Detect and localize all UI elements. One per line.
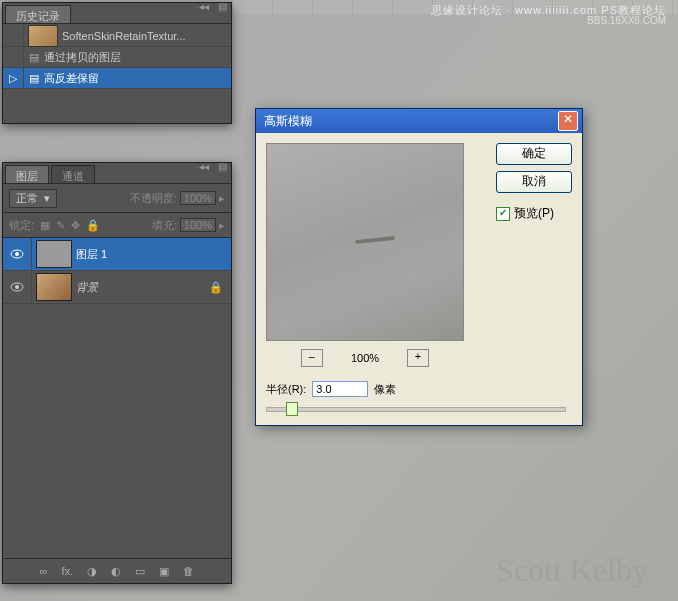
zoom-in-button[interactable]: +: [407, 349, 429, 367]
layer-thumb: [36, 240, 72, 268]
tab-channels[interactable]: 通道: [51, 165, 95, 183]
radius-slider[interactable]: [266, 401, 566, 415]
lock-pixels-icon[interactable]: ✎: [56, 219, 65, 232]
document-icon: ▤: [24, 51, 44, 64]
layer-name: 图层 1: [76, 247, 107, 262]
radius-label: 半径(R):: [266, 382, 306, 397]
cancel-button[interactable]: 取消: [496, 171, 572, 193]
svg-point-3: [15, 285, 19, 289]
visibility-toggle[interactable]: [3, 271, 32, 303]
radius-input[interactable]: [312, 381, 368, 397]
history-item-selected[interactable]: ▷ ▤ 高反差保留: [3, 68, 231, 89]
preview-area[interactable]: [266, 143, 464, 341]
layer-mask-icon[interactable]: ◑: [87, 565, 97, 578]
lock-icon: 🔒: [209, 281, 223, 294]
opacity-label: 不透明度:: [130, 191, 177, 206]
new-group-icon[interactable]: ▭: [135, 565, 145, 578]
dialog-titlebar[interactable]: 高斯模糊 ✕: [256, 109, 582, 133]
fill-value[interactable]: 100%: [180, 218, 216, 232]
eye-icon: [10, 249, 24, 259]
history-item-label: SoftenSkinRetainTextur...: [62, 30, 186, 42]
layer-row[interactable]: 图层 1: [3, 238, 231, 271]
zoom-out-button[interactable]: –: [301, 349, 323, 367]
layer-thumb: [36, 273, 72, 301]
history-item-label: 高反差保留: [44, 71, 99, 86]
panel-collapse-icon[interactable]: ◂◂: [195, 163, 213, 173]
dialog-title: 高斯模糊: [264, 113, 312, 130]
tab-layers[interactable]: 图层: [5, 165, 49, 183]
link-layers-icon[interactable]: ∞: [40, 565, 48, 577]
layers-footer: ∞ fx. ◑ ◐ ▭ ▣ 🗑: [3, 558, 231, 583]
preview-label: 预览(P): [514, 205, 554, 222]
gaussian-blur-dialog: 高斯模糊 ✕ – 100% + 半径(R): 像素 确定 取消 ✔ 预览(P): [255, 108, 583, 426]
fill-label: 填充:: [152, 218, 177, 233]
layer-row[interactable]: 背景 🔒: [3, 271, 231, 304]
svg-point-1: [15, 252, 19, 256]
radius-unit: 像素: [374, 382, 396, 397]
chevron-down-icon: ▾: [44, 192, 50, 205]
lock-transparent-icon[interactable]: ▦: [40, 219, 50, 232]
history-brush-source-icon[interactable]: ▷: [3, 68, 24, 88]
close-icon[interactable]: ✕: [558, 111, 578, 131]
lock-label: 锁定:: [9, 218, 34, 233]
delete-layer-icon[interactable]: 🗑: [183, 565, 194, 577]
adjustment-layer-icon[interactable]: ◐: [111, 565, 121, 578]
layer-fx-icon[interactable]: fx.: [62, 565, 74, 577]
new-layer-icon[interactable]: ▣: [159, 565, 169, 578]
lock-all-icon[interactable]: 🔒: [86, 219, 100, 232]
chevron-right-icon: ▸: [219, 219, 225, 232]
preview-checkbox[interactable]: ✔ 预览(P): [496, 205, 572, 222]
history-item[interactable]: ▤ 通过拷贝的图层: [3, 47, 231, 68]
snapshot-thumb: [28, 25, 58, 47]
image-signature: Scott Kelby: [496, 552, 648, 589]
layers-panel: ◂◂▤ 图层 通道 正常▾ 不透明度: 100%▸ 锁定: ▦ ✎ ✥ 🔒 填充…: [2, 162, 232, 584]
panel-menu-icon[interactable]: ▤: [213, 3, 231, 13]
eye-icon: [10, 282, 24, 292]
panel-collapse-icon[interactable]: ◂◂: [195, 3, 213, 13]
history-item-label: 通过拷贝的图层: [44, 50, 121, 65]
history-panel: ◂◂▤ 历史记录 SoftenSkinRetainTextur... ▤ 通过拷…: [2, 2, 232, 124]
visibility-toggle[interactable]: [3, 238, 32, 270]
tab-history[interactable]: 历史记录: [5, 5, 71, 23]
layer-name: 背景: [76, 280, 98, 295]
blend-mode-select[interactable]: 正常▾: [9, 189, 57, 208]
ok-button[interactable]: 确定: [496, 143, 572, 165]
watermark-line2: BBS.16XX8.COM: [587, 15, 666, 26]
opacity-value[interactable]: 100%: [180, 191, 216, 205]
document-icon: ▤: [24, 72, 44, 85]
history-snapshot[interactable]: SoftenSkinRetainTextur...: [3, 26, 231, 47]
chevron-right-icon: ▸: [219, 192, 225, 205]
slider-knob[interactable]: [286, 402, 298, 416]
lock-position-icon[interactable]: ✥: [71, 219, 80, 232]
panel-menu-icon[interactable]: ▤: [213, 163, 231, 173]
zoom-value: 100%: [351, 352, 379, 364]
checkmark-icon: ✔: [496, 207, 510, 221]
